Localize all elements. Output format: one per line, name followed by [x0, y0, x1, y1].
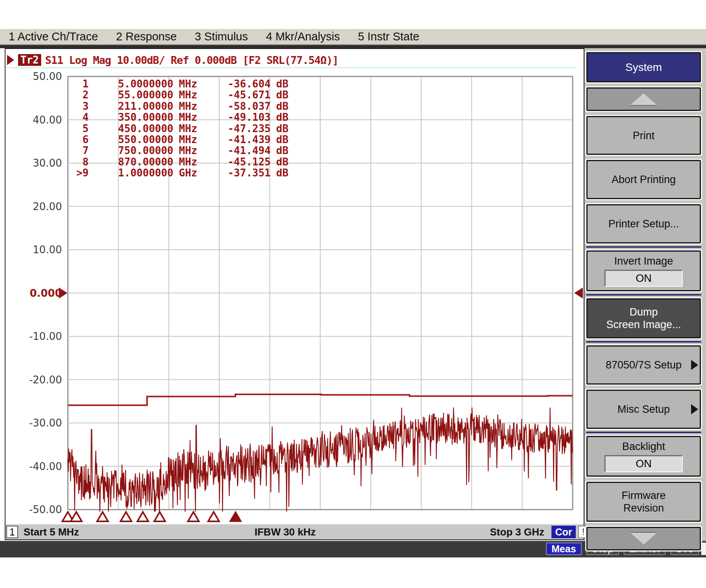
marker-frequency: 550.00000 [89, 134, 173, 145]
marker-value: -41.494 [213, 145, 271, 156]
softkey-scroll-down[interactable] [585, 526, 702, 552]
y-axis-tick--40.00: -40.00 [11, 461, 62, 472]
trace-title: S11 Log Mag 10.00dB/ Ref 0.000dB [F2 SRL… [45, 54, 338, 66]
y-axis-tick--30.00: -30.00 [11, 417, 62, 429]
y-axis-tick--20.00: -20.00 [11, 374, 62, 386]
marker-frequency: 5.0000000 [89, 78, 173, 89]
y-axis-tick-30.00: 30.00 [11, 157, 62, 169]
marker-triangle [188, 512, 199, 521]
marker-table: 15.0000000MHz-36.604dB255.000000MHz-45.6… [70, 78, 288, 179]
softkey-separator [586, 294, 701, 296]
menubar-item-3[interactable]: 3 Stimulus [195, 30, 248, 43]
marker-number: 4 [70, 112, 89, 123]
marker-row: 5450.00000MHz-47.235dB [70, 123, 288, 134]
marker-value-unit: dB [271, 123, 288, 134]
softkey-toggle-state[interactable]: ON [604, 270, 683, 287]
softkey-firmware-revision[interactable]: FirmwareRevision [585, 481, 702, 523]
menubar-divider [0, 45, 706, 48]
softkey-menu: SystemPrintAbort PrintingPrinter Setup..… [585, 51, 702, 554]
channel-number-box: 1 [6, 526, 18, 538]
softkey-invert-image[interactable]: Invert ImageON [585, 249, 702, 292]
marker-value-unit: dB [271, 112, 288, 123]
softkey-separator [586, 246, 701, 248]
marker-row: 6550.00000MHz-41.439dB [70, 134, 288, 145]
marker-unit: MHz [173, 145, 213, 156]
marker-frequency: 870.00000 [89, 156, 173, 167]
stop-frequency-label: Stop 3 GHz [490, 526, 544, 538]
marker-value: -45.125 [213, 156, 271, 167]
softkey-misc-setup[interactable]: Misc Setup [585, 388, 702, 430]
y-axis-tick-50.00: 50.00 [11, 71, 62, 82]
marker-triangle [97, 512, 108, 521]
active-trace-arrow-icon [7, 55, 14, 65]
softkey-label: Revision [623, 502, 664, 514]
softkey-system: System [585, 51, 702, 83]
marker-value: -58.037 [213, 101, 271, 112]
menubar-item-4[interactable]: 4 Mkr/Analysis [266, 30, 340, 43]
softkey-abort-printing[interactable]: Abort Printing [585, 159, 702, 200]
scroll-down-icon [630, 533, 657, 544]
softkey-printer-setup[interactable]: Printer Setup... [585, 203, 702, 245]
marker-row: 15.0000000MHz-36.604dB [70, 78, 288, 89]
y-axis-tick-20.00: 20.00 [11, 201, 62, 212]
trace-header: Tr2 S11 Log Mag 10.00dB/ Ref 0.000dB [F2… [7, 53, 338, 67]
submenu-arrow-icon [691, 404, 698, 414]
marker-value-unit: dB [271, 167, 288, 178]
softkey-backlight[interactable]: BacklightON [585, 435, 702, 478]
marker-number: 8 [70, 156, 89, 167]
marker-value: -47.235 [213, 123, 271, 134]
scroll-up-icon [630, 93, 657, 105]
softkey-87050-7s-setup[interactable]: 87050/7S Setup [585, 344, 702, 386]
marker-frequency: 55.000000 [89, 89, 173, 100]
marker-unit: MHz [173, 123, 213, 134]
marker-row: 4350.00000MHz-49.103dB [70, 112, 288, 123]
marker-triangle [137, 512, 148, 521]
marker-number: 2 [70, 89, 89, 100]
menubar-item-1[interactable]: 1 Active Ch/Trace [9, 30, 98, 43]
marker-unit: MHz [173, 134, 213, 145]
marker-number: 5 [70, 123, 89, 134]
softkey-dump-screen-image[interactable]: DumpScreen Image... [585, 297, 702, 339]
marker-value: -41.439 [213, 134, 271, 145]
marker-row: 3211.00000MHz-58.037dB [70, 101, 288, 112]
menubar-item-5[interactable]: 5 Instr State [358, 30, 419, 43]
submenu-arrow-icon [691, 360, 698, 370]
softkey-scroll-up[interactable] [585, 86, 702, 112]
softkey-label: Printer Setup... [608, 218, 679, 230]
softkey-label: Invert Image [614, 255, 673, 267]
marker-triangle [154, 512, 165, 521]
softkey-separator [586, 341, 701, 343]
marker-value: -37.351 [213, 167, 271, 178]
marker-row: 8870.00000MHz-45.125dB [70, 156, 288, 167]
menubar-item-2[interactable]: 2 Response [116, 30, 177, 43]
channel-status-bar: 1 Start 5 MHz IFBW 30 kHz Stop 3 GHz Cor… [5, 524, 584, 539]
trace-badge[interactable]: Tr2 [18, 54, 41, 66]
marker-unit: MHz [173, 78, 213, 89]
status-tab-meas[interactable]: Meas [546, 543, 582, 555]
marker-value: -49.103 [213, 112, 271, 123]
marker-unit: MHz [173, 112, 213, 123]
marker-value-unit: dB [271, 78, 288, 89]
y-axis-tick--50.00: -50.00 [11, 504, 62, 515]
marker-number: >9 [70, 167, 89, 178]
marker-value: -45.671 [213, 89, 271, 100]
softkey-label: Dump [630, 306, 658, 318]
marker-frequency: 750.00000 [89, 145, 173, 156]
marker-value-unit: dB [271, 156, 288, 167]
marker-value-unit: dB [271, 145, 288, 156]
softkey-label: Backlight [622, 440, 665, 453]
softkey-print[interactable]: Print [585, 115, 702, 156]
marker-number: 3 [70, 101, 89, 112]
title-underline [6, 67, 576, 68]
vna-screen-capture: { "menubar": { "items": [ {"label": "1 A… [0, 0, 706, 588]
marker-value-unit: dB [271, 89, 288, 100]
softkey-toggle-state[interactable]: ON [604, 455, 683, 472]
marker-number: 6 [70, 134, 89, 145]
marker-triangle [120, 512, 131, 521]
marker-row: >91.0000000GHz-37.351dB [70, 167, 288, 178]
softkey-label: 87050/7S Setup [606, 359, 682, 371]
marker-value-unit: dB [271, 101, 288, 112]
marker-frequency: 211.00000 [89, 101, 173, 112]
softkey-label: Abort Printing [611, 173, 676, 186]
marker-unit: MHz [173, 101, 213, 112]
